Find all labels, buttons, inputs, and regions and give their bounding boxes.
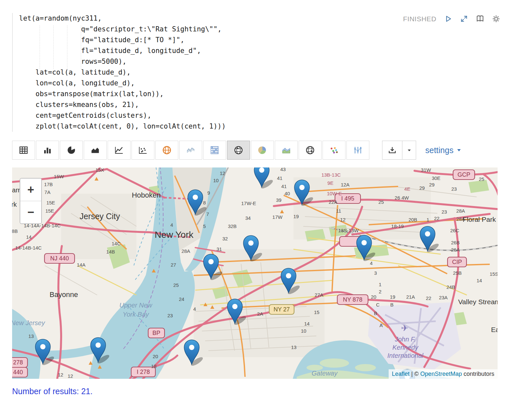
road-number-label: 7A [44, 189, 50, 195]
road-number-label: B [374, 310, 377, 316]
heatmap-grid-icon [210, 145, 220, 155]
area-chart-button[interactable] [84, 141, 107, 160]
table-chart-icon [19, 145, 28, 155]
area-chart-color-button[interactable] [275, 141, 298, 160]
contributors-label: contributors [464, 371, 494, 377]
scatter-color-button[interactable] [323, 141, 345, 160]
place-label: rk [12, 201, 17, 208]
road-number-label: 22 [434, 216, 440, 221]
heatmap-grid-button[interactable] [203, 141, 226, 160]
road-number-label: 10 [213, 178, 219, 183]
marker-dot [425, 231, 430, 236]
place-label: arr [12, 186, 20, 194]
road-number-label: 43 [280, 167, 286, 172]
road-number-label: 18-19 [391, 223, 404, 229]
road-number-label: 23A [439, 295, 448, 300]
airport-label: John F. [395, 336, 416, 343]
road-number-label: 27A [315, 292, 324, 298]
osm-link[interactable]: OpenStreetMap [420, 371, 462, 377]
bar-chart-button[interactable] [36, 141, 59, 160]
code-text[interactable]: let(a=random(nyc311, q="descriptor_t:\"R… [19, 13, 395, 132]
zoom-in-button[interactable]: + [20, 179, 41, 201]
leaflet-map-canvas[interactable]: GCPI 495NJ 440CIPNY 878NY 27BPI 27827844… [12, 167, 498, 379]
zoom-control: + − [20, 178, 42, 224]
road-number-label: 14 [477, 278, 482, 283]
pie-chart-icon [66, 145, 76, 155]
parallel-coordinates-button[interactable] [346, 141, 369, 160]
run-icon[interactable] [444, 14, 452, 23]
scatter-plot-icon [138, 145, 148, 155]
settings-toggle[interactable]: settings [425, 146, 462, 155]
road-number-label: 4 [170, 222, 173, 228]
indent-guide [40, 26, 40, 69]
copyright-symbol: © [414, 371, 419, 377]
triangle-poi-icon [95, 177, 98, 181]
marker-dot [40, 344, 45, 349]
place-label: Hoboken [132, 191, 161, 199]
code-editor[interactable]: let(a=random(nyc311, q="descriptor_t:\"R… [12, 13, 395, 132]
area-chart-icon [90, 145, 100, 155]
leaflet-map-button[interactable] [227, 141, 250, 160]
route-shield-label: 440 [13, 369, 23, 376]
airport-plane-icon: ✈ [401, 323, 408, 333]
road-number-label: B [390, 302, 394, 307]
road-number-label: 12 [340, 217, 346, 222]
road-number-label: 31W [421, 167, 431, 173]
sparkline-button[interactable] [179, 141, 202, 160]
result-count-text: Number of results: 21. [12, 387, 93, 396]
road-number-label: 12 [220, 170, 225, 176]
settings-label: settings [425, 146, 453, 155]
marker-dot [286, 273, 291, 278]
road-number-label: 15W [54, 174, 64, 179]
zoom-out-button[interactable]: − [20, 201, 41, 223]
map-tiles: GCPI 495NJ 440CIPNY 878NY 27BPI 27827844… [12, 167, 498, 379]
scatter-color-icon [329, 145, 339, 155]
road-number-label: 23 [167, 313, 173, 318]
network-globe-button[interactable] [155, 141, 178, 160]
road-number-label: 17B [44, 182, 53, 187]
road-number-label: 13B-13C [321, 172, 341, 178]
pie-chart-button[interactable] [60, 141, 83, 160]
shrink-icon[interactable] [460, 14, 468, 23]
marker-dot [299, 185, 305, 190]
road-number-label: 9E [327, 180, 333, 186]
chart-type-toolbar: settings [12, 141, 462, 160]
line-chart-button[interactable] [108, 141, 131, 160]
download-options-button[interactable] [402, 141, 416, 160]
map-attribution: Leaflet | © OpenStreetMap contributors [389, 369, 498, 379]
route-shield-label: I 278 [137, 369, 150, 375]
sparkline-icon [186, 145, 196, 155]
map-marker[interactable] [254, 167, 274, 190]
road-number-label: 25 [173, 282, 179, 288]
marker-dot [193, 195, 198, 200]
airplane-icon: ✈ [401, 323, 408, 333]
route-shield-label: NY 878 [343, 296, 362, 303]
book-icon[interactable] [476, 14, 484, 23]
road-number-label: 23 [451, 186, 457, 192]
attribution-separator: | [411, 371, 413, 377]
marker-dot [259, 167, 264, 173]
road-number-label: 7 [206, 211, 209, 217]
road-number-label: 26A [451, 247, 460, 253]
road-number-label: 19 [293, 214, 299, 219]
road-number-label: 14 [304, 321, 310, 326]
area-chart-color-icon [281, 145, 291, 155]
road-number-label: 20 [371, 294, 377, 300]
road-number-label: 14B [106, 249, 115, 254]
road-number-label: 15E [45, 208, 54, 214]
settings-caret-icon [456, 147, 462, 153]
water-label: York Bay [123, 311, 149, 318]
table-chart-button[interactable] [12, 141, 35, 160]
road-number-label: 15S [490, 271, 498, 277]
globe-map-button[interactable] [299, 141, 322, 160]
download-button[interactable] [382, 141, 402, 160]
scatter-plot-button[interactable] [132, 141, 154, 160]
place-label: Floral Park [463, 216, 496, 223]
pie-chart-color-button[interactable] [251, 141, 274, 160]
gear-icon[interactable] [492, 14, 501, 23]
marker-dot [248, 240, 254, 246]
leaflet-link[interactable]: Leaflet [392, 371, 410, 377]
road-number-label: 31 [217, 246, 222, 252]
road-number-label: 17W-E [241, 201, 256, 206]
water-label: New Jersey [12, 319, 45, 326]
